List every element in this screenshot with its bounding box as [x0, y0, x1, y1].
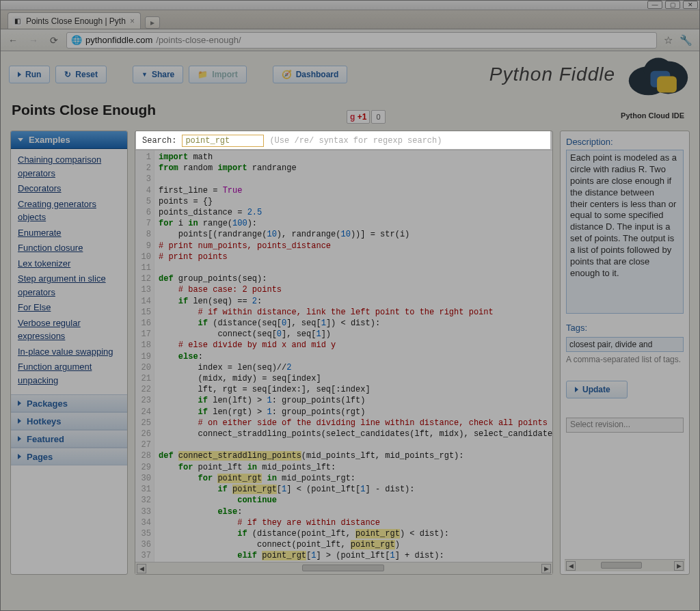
- sidebar-item[interactable]: Function argument unpacking: [18, 360, 120, 387]
- scroll-left-icon[interactable]: ◀: [137, 564, 146, 573]
- sidebar-item[interactable]: Chaining comparison operators: [18, 153, 120, 180]
- editor-panel: Search: (Use /re/ syntax for regexp sear…: [135, 131, 553, 575]
- window-titlebar: — ▢ ✕: [1, 1, 699, 10]
- url-bar[interactable]: 🌐 pythonfiddle.com/points-close-enough/: [66, 32, 657, 49]
- sidebar-header-label: Examples: [29, 135, 70, 145]
- sidebar-item[interactable]: Verbose regular expressions: [18, 316, 120, 343]
- play-icon: [575, 387, 578, 392]
- sidebar-header-label: Packages: [27, 398, 68, 409]
- settings-wrench-icon[interactable]: 🔧: [679, 34, 692, 46]
- chevron-down-icon: ▼: [142, 71, 148, 78]
- scroll-right-icon[interactable]: ▶: [541, 564, 551, 573]
- bookmark-star-icon[interactable]: ☆: [661, 34, 675, 46]
- sidebar-item[interactable]: Function closure: [18, 241, 120, 255]
- scroll-thumb[interactable]: [601, 562, 642, 569]
- chevron-right-icon: [18, 436, 21, 442]
- chevron-down-icon: [18, 138, 23, 141]
- url-host: pythonfiddle.com: [85, 35, 152, 45]
- brand-subtitle: Python Cloud IDE: [621, 111, 684, 120]
- sidebar-header-collapsed[interactable]: Packages: [11, 394, 127, 412]
- tab-favicon: ◧: [12, 16, 22, 26]
- app-toolbar: Run ↻Reset ▼Share 📁Import 🧭Dashboard Pyt…: [9, 61, 691, 88]
- tags-label: Tags:: [566, 323, 684, 333]
- code-editor[interactable]: 1 2 3 4 5 6 7 8 9 10 11 12 13 14 15 16 1…: [135, 150, 552, 562]
- update-label: Update: [582, 385, 610, 394]
- meta-panel: Description: Tags: A comma-separated lis…: [560, 131, 690, 575]
- sidebar-header-label: Hotkeys: [27, 416, 62, 426]
- globe-icon: 🌐: [71, 35, 82, 45]
- run-label: Run: [25, 70, 41, 79]
- sidebar-item[interactable]: Decorators: [18, 182, 120, 195]
- window-minimize-button[interactable]: —: [647, 1, 662, 9]
- page-title: Points Close Enough: [12, 102, 156, 118]
- scroll-thumb[interactable]: [302, 565, 384, 571]
- google-plus-widget[interactable]: g +1 0: [347, 110, 386, 124]
- gplus-count: 0: [371, 110, 385, 124]
- tags-hint: A comma-separated list of tags.: [566, 355, 684, 366]
- reset-icon: ↻: [64, 70, 71, 79]
- tags-input[interactable]: [566, 337, 684, 352]
- forward-button[interactable]: →: [25, 32, 42, 49]
- dashboard-button[interactable]: 🧭Dashboard: [273, 66, 348, 83]
- reset-button[interactable]: ↻Reset: [55, 66, 107, 83]
- import-label: Import: [212, 70, 237, 79]
- scroll-right-icon[interactable]: ▶: [674, 561, 684, 571]
- line-gutter: 1 2 3 4 5 6 7 8 9 10 11 12 13 14 15 16 1…: [135, 150, 154, 562]
- chevron-right-icon: [18, 454, 21, 459]
- new-tab-button[interactable]: ▸: [145, 16, 160, 29]
- sidebar-header-examples[interactable]: Examples: [11, 131, 127, 149]
- tab-title: Points Close Enough | Pyth: [26, 16, 126, 26]
- sidebar-header-collapsed[interactable]: Featured: [11, 430, 127, 448]
- sidebar-item[interactable]: Enumerate: [18, 226, 120, 240]
- folder-icon: 📁: [198, 70, 208, 79]
- description-label: Description:: [566, 137, 684, 147]
- share-label: Share: [152, 70, 174, 79]
- back-button[interactable]: ←: [5, 32, 21, 49]
- spotlight-overlay: [136, 131, 550, 149]
- chevron-right-icon: [18, 400, 21, 406]
- brand-logo: [625, 51, 691, 98]
- sidebar-item[interactable]: In-place value swapping: [18, 345, 120, 359]
- sidebar-header-collapsed[interactable]: Pages: [11, 448, 127, 465]
- sidebar: Examples Chaining comparison operatorsDe…: [10, 131, 128, 575]
- description-textarea[interactable]: [566, 150, 684, 314]
- update-button[interactable]: Update: [566, 381, 628, 398]
- share-button[interactable]: ▼Share: [133, 66, 183, 83]
- sidebar-header-collapsed[interactable]: Hotkeys: [11, 412, 127, 430]
- gauge-icon: 🧭: [282, 70, 292, 79]
- browser-tabstrip: ◧ Points Close Enough | Pyth × ▸: [1, 10, 699, 29]
- reset-label: Reset: [75, 70, 98, 79]
- chevron-right-icon: [18, 418, 21, 424]
- editor-scrollbar[interactable]: ◀ ▶: [135, 562, 552, 574]
- sidebar-item[interactable]: For Else: [18, 301, 120, 314]
- browser-toolbar: ← → ⟳ 🌐 pythonfiddle.com/points-close-en…: [1, 29, 699, 51]
- dashboard-label: Dashboard: [296, 70, 339, 79]
- sidebar-item[interactable]: Creating generators objects: [18, 198, 120, 224]
- url-path: /points-close-enough/: [156, 35, 241, 45]
- reload-button[interactable]: ⟳: [46, 32, 62, 49]
- sidebar-header-label: Featured: [27, 434, 64, 444]
- meta-scrollbar[interactable]: ◀ ▶: [565, 559, 685, 571]
- revision-select[interactable]: Select revision...: [566, 418, 684, 433]
- sidebar-item[interactable]: Lex tokenizer: [18, 257, 120, 271]
- window-maximize-button[interactable]: ▢: [665, 1, 680, 9]
- scroll-left-icon[interactable]: ◀: [566, 561, 576, 571]
- svg-rect-4: [657, 76, 677, 92]
- gplus-label: +1: [358, 112, 367, 122]
- sidebar-header-label: Pages: [27, 452, 53, 462]
- browser-tab[interactable]: ◧ Points Close Enough | Pyth ×: [8, 12, 141, 29]
- run-button[interactable]: Run: [9, 66, 50, 83]
- brand-title: Python Fiddle: [489, 64, 615, 85]
- play-icon: [18, 72, 21, 77]
- tab-close-icon[interactable]: ×: [130, 16, 135, 26]
- sidebar-item[interactable]: Step argument in slice operators: [18, 272, 120, 299]
- code-text[interactable]: import math from random import randrange…: [154, 150, 552, 562]
- import-button[interactable]: 📁Import: [189, 66, 246, 83]
- window-close-button[interactable]: ✕: [683, 1, 698, 9]
